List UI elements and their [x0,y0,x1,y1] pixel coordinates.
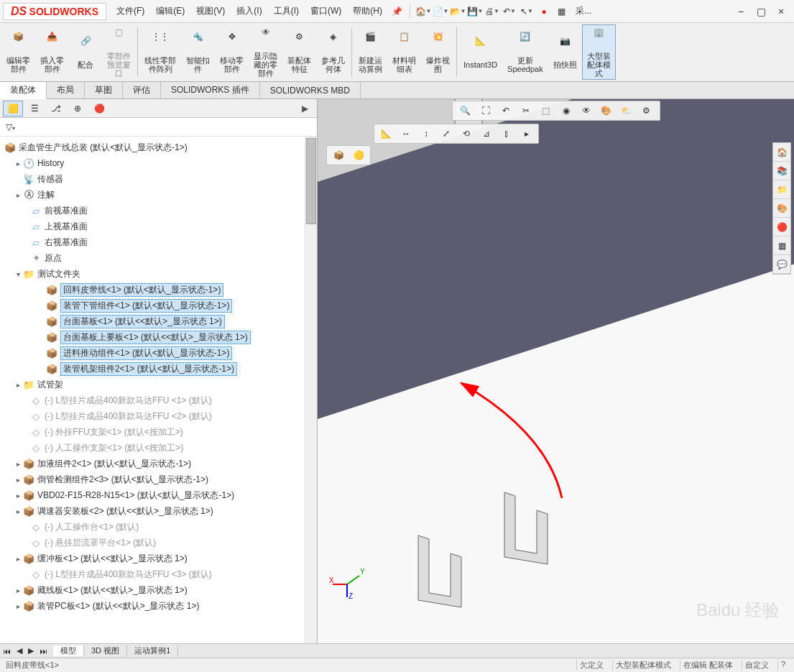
display-tab[interactable]: 🔴 [89,101,109,116]
dimxpert-tab[interactable]: ⊕ [68,101,88,116]
exploded-button[interactable]: 💥爆炸视 图 [421,24,455,80]
tab-layout[interactable]: 布局 [47,82,85,98]
tree-right-plane[interactable]: ▱右视基准面 [1,234,315,250]
expand-icon[interactable]: ▸ [14,191,22,199]
dim-icon[interactable]: ⟲ [458,126,475,142]
tree-hidden-item[interactable]: ◇(-) 悬挂层流罩平台<1> (默认) [1,535,315,551]
view-settings-icon[interactable]: ⚙ [638,103,655,119]
display-style-icon[interactable]: ◉ [558,103,575,119]
tab-sketch[interactable]: 草图 [85,82,123,98]
menu-insert[interactable]: 插入(I) [232,2,266,20]
dim-icon[interactable]: ⫿ [498,126,515,142]
file-explorer-icon[interactable]: 📁 [773,180,790,199]
tree-top-plane[interactable]: ▱上视基准面 [1,218,315,234]
tab-nav-last[interactable]: ⏭ [40,647,47,655]
ref-geom-button[interactable]: ◈参考几 何体 [316,24,350,80]
menu-file[interactable]: 文件(F) [112,2,149,20]
print-icon[interactable]: 🖨▼ [485,4,499,19]
linear-pattern-button[interactable]: ⋮⋮线性零部 件阵列 [139,24,181,80]
large-asm-button[interactable]: 🏢大型装 配体模 式 [582,24,616,80]
snapshot-button[interactable]: 📷拍快照 [548,24,582,80]
tab-nav-first[interactable]: ⏮ [3,647,11,655]
view-orient-icon[interactable]: ⬚ [537,103,555,119]
tree-selected-item[interactable]: 📦回料皮带线<1> (默认<默认_显示状态-1>) [1,282,315,298]
scroll-thumb[interactable] [306,138,316,224]
hide-show-icon[interactable]: 👁 [578,103,595,119]
expand-icon[interactable]: ▸ [14,160,22,167]
apply-scene-icon[interactable]: ⛅ [618,103,635,119]
tree-hidden-item[interactable]: ◇(-) L型挂片成品400新款马达FFU <2> (默认) [1,408,315,424]
save-icon[interactable]: 💾▼ [468,4,482,19]
expand-icon[interactable]: ▸ [14,492,22,500]
graphics-viewport[interactable]: 🔍 ⛶ ↶ ✂ ⬚ ◉ 👁 🎨 ⛅ ⚙ 📐 ↔ ↕ ⤢ ⟲ ⊿ ⫿ ▸ 📦 🟡 … [318,99,794,643]
tree-hidden-item[interactable]: ◇(-) 人工操作支架<1> (默认<按加工>) [1,440,315,456]
pin-icon[interactable]: 📌 [389,4,404,19]
tree-selected-item[interactable]: 📦装管下管组件<1> (默认<默认_显示状态-1>) [1,298,315,313]
close-button[interactable]: × [771,4,791,19]
tree-scrollbar[interactable] [305,137,317,643]
menu-edit[interactable]: 编辑(E) [152,2,189,20]
undo-icon[interactable]: ↶▼ [502,4,517,19]
menu-help[interactable]: 帮助(H) [348,2,387,20]
zoom-area-icon[interactable]: ⛶ [477,103,494,119]
tab-mbd[interactable]: SOLIDWORKS MBD [260,82,361,98]
expand-icon[interactable]: ▸ [14,586,22,594]
tree-selected-item[interactable]: 📦台面基板上要板<1> (默认<<默认>_显示状态 1>) [1,329,315,345]
tree-sensors[interactable]: 📡传感器 [1,171,315,187]
edit-appearance-icon[interactable]: 🎨 [598,103,615,119]
tab-plugins[interactable]: SOLIDWORKS 插件 [161,82,260,98]
tree-test-folder[interactable]: ▾📁测试文件夹 [1,266,315,282]
smart-fastener-button[interactable]: 🔩智能扣 件 [181,24,215,80]
tree-item[interactable]: ▸📦缓冲板<1> (默认<<默认>_显示状态 1>) [1,551,315,566]
bracket-part[interactable] [497,485,562,571]
tree-history[interactable]: ▸🕐History [1,155,315,171]
feature-tree-tab[interactable]: 🟨 [3,101,23,116]
3dview-tab[interactable]: 3D 视图 [84,645,127,656]
tree-selected-item[interactable]: 📦装管机架组件2<1> (默认<默认_显示状态-1>) [1,361,315,377]
motion-tab[interactable]: 运动算例1 [127,645,178,656]
status-help-icon[interactable]: ? [777,660,788,671]
tree-origin[interactable]: ⌖原点 [1,250,315,266]
forum-icon[interactable]: 💬 [773,255,790,274]
select-icon[interactable]: ↖▼ [520,4,534,19]
tree-hidden-item[interactable]: ◇(-) L型挂片成品400新款马达FFU <1> (默认) [1,392,315,408]
tree-item[interactable]: ▸📦藏线板<1> (默认<<默认>_显示状态 1>) [1,582,315,598]
home-icon[interactable]: 🏠▼ [416,4,430,19]
restore-button[interactable]: ▢ [751,4,771,19]
design-lib-icon[interactable]: 📚 [773,162,790,180]
move-part-button[interactable]: ✥移动零 部件 [215,24,249,80]
tree-hidden-item[interactable]: ◇(-) 外挂FFU支架<1> (默认<按加工>) [1,424,315,440]
edit-part-button[interactable]: 📦编辑零 部件 [1,24,35,80]
menu-window[interactable]: 窗口(W) [306,2,346,20]
asm-feature-button[interactable]: ⚙装配体 特征 [282,24,316,80]
collapse-icon[interactable]: ▾ [14,270,22,278]
filter-icon[interactable]: ▽▾ [6,122,15,132]
property-tab[interactable]: ☰ [24,101,45,116]
tab-evaluate[interactable]: 评估 [123,82,161,98]
previous-view-icon[interactable]: ↶ [497,103,514,119]
tree-item[interactable]: ▸📦装管PC板<1> (默认<<默认>_显示状态 1>) [1,598,315,614]
view-palette-icon[interactable]: 🎨 [773,199,790,218]
asm-icon[interactable]: 📦 [330,147,347,163]
menu-extra[interactable]: 采... [571,2,596,20]
tab-nav-prev[interactable]: ◀ [17,646,22,655]
dim-icon[interactable]: ↔ [397,126,415,142]
home-tab-icon[interactable]: 🏠 [773,143,790,162]
tree-root[interactable]: 📦采血管生产线总装 (默认<默认_显示状态-1>) [1,139,315,155]
rebuild-icon[interactable]: ● [537,4,551,19]
status-custom[interactable]: 自定义 [742,660,772,671]
tree-item[interactable]: ▸📦调速器安装板<2> (默认<<默认>_显示状态 1>) [1,503,315,519]
tab-assembly[interactable]: 装配体 [0,82,47,99]
bom-button[interactable]: 📋材料明 细表 [387,24,421,80]
tree-hidden-item[interactable]: ◇(-) 人工操作台<1> (默认) [1,519,315,535]
tree-front-plane[interactable]: ▱前视基准面 [1,203,315,218]
tree-annotations[interactable]: ▸Ⓐ注解 [1,187,315,203]
expand-icon[interactable]: ▸ [14,476,22,484]
appearances-icon[interactable]: 🔴 [773,218,790,236]
tree-selected-item[interactable]: 📦进料推动组件<1> (默认<默认_显示状态-1>) [1,345,315,361]
bracket-part[interactable] [411,528,476,615]
dim-icon[interactable]: ↕ [417,126,435,142]
tree-item[interactable]: ▸📦倒管检测组件2<3> (默认<默认_显示状态-1>) [1,471,315,487]
menu-tools[interactable]: 工具(I) [269,2,303,20]
dim-icon[interactable]: ⊿ [478,126,495,142]
